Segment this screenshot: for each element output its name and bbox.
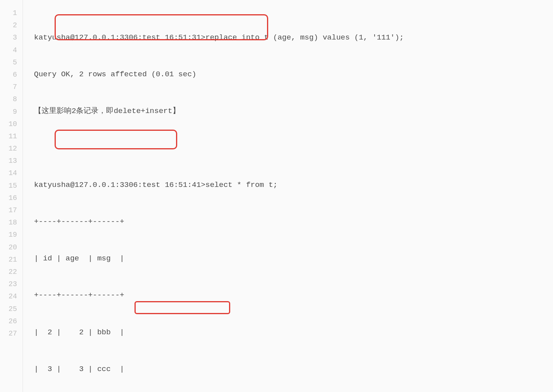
line-number: 27: [0, 328, 17, 340]
line-number: 14: [0, 167, 17, 179]
code-line: katyusha@127.0.0.1:3306:test 16:51:41>se…: [34, 179, 553, 191]
code-line: | 2 | 2 | bbb |: [34, 326, 553, 339]
code-block: katyusha@127.0.0.1:3306:test 16:51:31>re…: [23, 0, 553, 392]
line-number: 9: [0, 106, 17, 118]
line-number: 13: [0, 155, 17, 167]
line-number: 26: [0, 315, 17, 328]
line-number: 4: [0, 44, 17, 57]
highlight-box-auto-increment: [134, 301, 230, 314]
line-number: 23: [0, 278, 17, 290]
line-number: 21: [0, 254, 17, 266]
code-line: | 3 | 3 | ccc |: [34, 363, 553, 375]
line-number: 17: [0, 204, 17, 217]
line-number: 24: [0, 290, 17, 303]
code-line: +----+------+------+: [34, 289, 553, 302]
line-number: 20: [0, 241, 17, 254]
line-number: 5: [0, 57, 17, 69]
line-number: 15: [0, 180, 17, 192]
code-line: 【这里影响2条记录，即delete+insert】: [34, 105, 553, 117]
code-line: +----+------+------+: [34, 216, 553, 228]
code-line: | id | age | msg |: [34, 253, 553, 265]
line-number: 16: [0, 192, 17, 204]
line-number: 3: [0, 32, 17, 44]
line-number: 10: [0, 118, 17, 130]
line-number: 2: [0, 19, 17, 32]
line-number: 7: [0, 81, 17, 93]
line-number: 1: [0, 7, 17, 19]
line-number-gutter: 1 2 3 4 5 6 7 8 9 10 11 12 13 14 15 16 1…: [0, 0, 23, 392]
code-line: Query OK, 2 rows affected (0.01 sec): [34, 68, 553, 81]
line-number: 19: [0, 229, 17, 241]
line-number: 11: [0, 130, 17, 143]
code-line: katyusha@127.0.0.1:3306:test 16:51:31>re…: [34, 32, 553, 44]
code-line: [34, 142, 553, 155]
line-number: 22: [0, 266, 17, 278]
line-number: 6: [0, 69, 17, 81]
line-number: 8: [0, 93, 17, 106]
line-number: 12: [0, 143, 17, 155]
line-number: 18: [0, 217, 17, 229]
line-number: 25: [0, 303, 17, 315]
